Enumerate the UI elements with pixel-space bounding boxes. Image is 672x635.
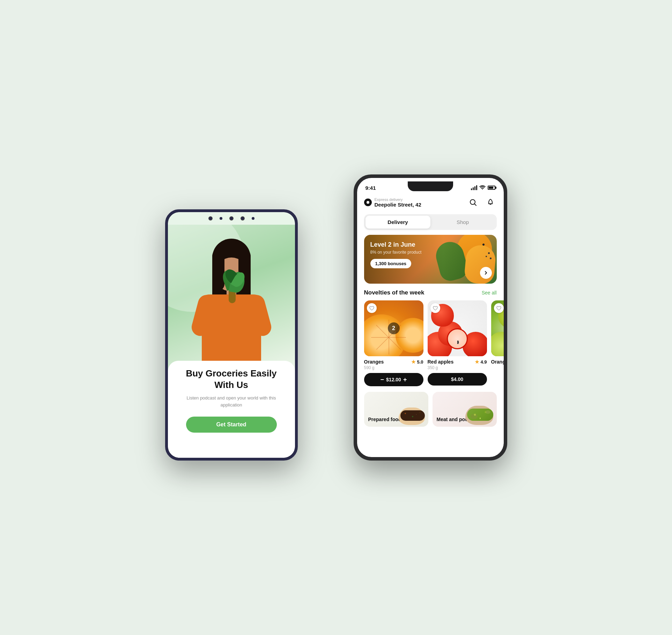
- promo-arrow-button[interactable]: [480, 267, 492, 279]
- oranges-cart-control[interactable]: − $12.00 +: [364, 373, 423, 386]
- oranges-rating: ★5.0: [411, 359, 423, 365]
- oranges-price: $12.00: [386, 377, 401, 382]
- plus-icon[interactable]: +: [403, 376, 407, 383]
- express-label: Express delivery: [375, 197, 421, 202]
- get-started-button[interactable]: Get Started: [186, 417, 277, 433]
- apples-star-icon: ★: [475, 359, 479, 365]
- promo-subtitle: 8% on your favorite product: [370, 250, 422, 255]
- right-phone: 9:41: [354, 174, 507, 461]
- other-heart-button[interactable]: [494, 303, 504, 313]
- product-card-apples: Red apples ★4.9 350 g $4.00: [428, 300, 487, 386]
- apples-add-to-cart-button[interactable]: $4.00: [428, 373, 487, 386]
- oranges-weight: 590 g: [364, 365, 423, 370]
- app-scene: Buy Groceries Easily With Us Listen podc…: [165, 174, 507, 461]
- address-block: Express delivery Deepolie Street, 42: [364, 197, 421, 208]
- left-phone: Buy Groceries Easily With Us Listen podc…: [165, 209, 298, 461]
- promo-title: Level 2 in June: [370, 241, 422, 248]
- apples-price: $4.00: [451, 376, 463, 382]
- location-icon: [364, 199, 372, 206]
- apples-heart-button[interactable]: [430, 303, 440, 313]
- apples-name: Red apples: [428, 359, 454, 365]
- search-button[interactable]: [467, 196, 479, 209]
- tabs-container: Delivery Shop: [364, 214, 497, 230]
- notification-button[interactable]: [484, 196, 497, 209]
- other-product-name: Orang: [491, 359, 504, 365]
- minus-icon[interactable]: −: [381, 376, 384, 383]
- product-card-other: Orang: [491, 300, 504, 386]
- apples-rating: ★4.9: [475, 359, 487, 365]
- oranges-quantity-badge: 2: [388, 322, 400, 334]
- wifi-icon: [479, 185, 486, 190]
- app-header: Express delivery Deepolie Street, 42: [357, 193, 504, 213]
- meat-poultry-card[interactable]: Meat and poultry: [433, 392, 497, 427]
- address-text: Deepolie Street, 42: [375, 202, 421, 208]
- svg-line-1: [474, 204, 476, 206]
- status-icons: [471, 185, 495, 190]
- see-all-link[interactable]: See all: [482, 290, 497, 296]
- left-phone-title: Buy Groceries Easily With Us: [178, 368, 285, 390]
- promo-content: Level 2 in June 8% on your favorite prod…: [370, 241, 422, 268]
- shop-tab[interactable]: Shop: [430, 216, 495, 229]
- categories-row: Prepared food Meat and poultry: [357, 392, 504, 427]
- products-row: 2 Oranges ★5.0 590 g − $12.00 +: [357, 300, 504, 392]
- oranges-name: Oranges: [364, 359, 384, 365]
- left-phone-subtitle: Listen podcast and open your world with …: [178, 395, 285, 408]
- novelties-title: Novelties of the week: [364, 289, 424, 296]
- promo-banner[interactable]: Level 2 in June 8% on your favorite prod…: [364, 235, 497, 284]
- status-time: 9:41: [365, 185, 376, 191]
- signal-bars-icon: [471, 185, 477, 190]
- promo-bonus-label[interactable]: 1,300 bonuses: [370, 259, 412, 268]
- phone-notch: [408, 181, 453, 191]
- novelties-section-header: Novelties of the week See all: [357, 289, 504, 300]
- battery-icon: [488, 186, 495, 190]
- delivery-tab[interactable]: Delivery: [365, 216, 430, 229]
- oranges-star-icon: ★: [411, 359, 416, 365]
- apples-weight: 350 g: [428, 365, 487, 370]
- prepared-food-card[interactable]: Prepared food: [364, 392, 428, 427]
- product-card-oranges: 2 Oranges ★5.0 590 g − $12.00 +: [364, 300, 423, 386]
- oranges-heart-button[interactable]: [367, 303, 377, 313]
